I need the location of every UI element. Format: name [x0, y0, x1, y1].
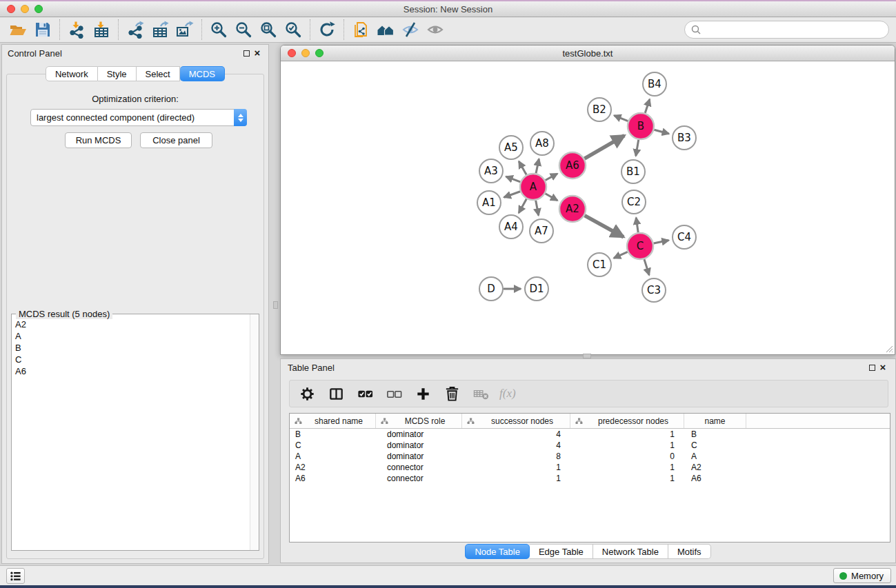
column-header-shared-name[interactable]: shared name	[290, 414, 376, 428]
edge-B-B4[interactable]	[645, 99, 650, 113]
network-from-selection-icon[interactable]	[348, 19, 373, 40]
node-C4[interactable]: C4	[673, 225, 696, 249]
search-input[interactable]	[706, 25, 883, 35]
open-session-icon[interactable]	[6, 19, 30, 40]
save-session-icon[interactable]	[30, 19, 55, 40]
houses-icon[interactable]	[373, 19, 398, 40]
export-table-icon[interactable]	[148, 19, 172, 40]
result-list-scrollbar[interactable]	[250, 314, 259, 550]
table-row[interactable]: A6connector11A6	[290, 473, 890, 484]
node-A[interactable]: A	[520, 174, 546, 200]
refresh-layout-icon[interactable]	[315, 19, 339, 40]
edge-B-B1[interactable]	[636, 140, 639, 156]
column-header-successor-nodes[interactable]: successor nodes	[462, 414, 570, 428]
edge-A-A6[interactable]	[546, 174, 557, 181]
task-history-button[interactable]	[6, 568, 25, 584]
import-network-icon[interactable]	[64, 19, 89, 40]
node-C1[interactable]: C1	[588, 253, 611, 276]
mcds-result-item[interactable]: B	[12, 342, 250, 354]
gear-icon[interactable]	[297, 383, 317, 404]
node-C[interactable]: C	[627, 233, 653, 259]
node-A3[interactable]: A3	[479, 159, 503, 183]
tab-edge-table[interactable]: Edge Table	[530, 544, 593, 559]
mcds-result-item[interactable]: A2	[12, 318, 250, 330]
tab-network[interactable]: Network	[46, 66, 98, 81]
edge-A-A8[interactable]	[536, 159, 539, 174]
table-row[interactable]: Bdominator41B	[290, 429, 890, 440]
zoom-out-icon[interactable]	[231, 19, 256, 40]
export-network-icon[interactable]	[123, 19, 148, 40]
close-panel-button[interactable]: Close panel	[140, 132, 212, 148]
tab-motifs[interactable]: Motifs	[668, 544, 711, 559]
node-B3[interactable]: B3	[673, 126, 696, 150]
edge-C-C3[interactable]	[644, 259, 649, 275]
tab-node-table[interactable]: Node Table	[465, 544, 530, 559]
tab-mcds[interactable]: MCDS	[180, 66, 225, 81]
column-header-predecessor-nodes[interactable]: predecessor nodes	[570, 414, 684, 428]
tab-network-table[interactable]: Network Table	[593, 544, 668, 559]
column-header-MCDS-role[interactable]: MCDS role	[376, 414, 462, 428]
node-C3[interactable]: C3	[642, 278, 666, 302]
node-D[interactable]: D	[479, 277, 503, 301]
mcds-result-item[interactable]: A6	[12, 365, 250, 377]
vertical-splitter-handle[interactable]	[273, 301, 278, 309]
node-A8[interactable]: A8	[530, 132, 554, 155]
edge-A-A1[interactable]	[504, 192, 521, 197]
run-mcds-button[interactable]: Run MCDS	[65, 132, 132, 148]
edge-A6-B[interactable]	[584, 136, 624, 159]
tab-style[interactable]: Style	[98, 66, 137, 81]
node-B[interactable]: B	[628, 113, 654, 139]
column-header-name[interactable]: name	[684, 414, 746, 428]
select-all-icon[interactable]	[355, 383, 375, 404]
trash-icon[interactable]	[441, 383, 462, 404]
deselect-all-icon[interactable]	[384, 383, 404, 404]
table-row[interactable]: A2connector11A2	[290, 462, 890, 473]
node-A2[interactable]: A2	[559, 196, 586, 222]
node-A6[interactable]: A6	[559, 152, 586, 179]
table-row[interactable]: Adominator80A	[290, 451, 890, 462]
edge-A2-C[interactable]	[585, 216, 624, 237]
show-all-icon[interactable]	[423, 19, 448, 40]
edge-A-A7[interactable]	[536, 201, 539, 216]
network-window-titlebar[interactable]: testGlobe.txt	[281, 45, 895, 61]
edge-A-A2[interactable]	[545, 194, 557, 201]
table-float-panel-icon[interactable]	[866, 362, 877, 373]
add-icon[interactable]	[412, 383, 433, 404]
node-B2[interactable]: B2	[588, 98, 611, 121]
edge-C-C2[interactable]	[636, 218, 638, 232]
table-row[interactable]: Cdominator41C	[290, 440, 890, 451]
close-panel-icon[interactable]: ×	[252, 48, 263, 59]
float-panel-icon[interactable]	[241, 48, 252, 59]
node-B1[interactable]: B1	[621, 160, 645, 183]
hide-selected-icon[interactable]	[398, 19, 423, 40]
import-table-icon[interactable]	[89, 19, 114, 40]
columns-icon[interactable]	[326, 383, 346, 404]
mcds-result-item[interactable]: C	[12, 354, 250, 365]
mcds-result-item[interactable]: A	[12, 330, 250, 342]
horizontal-splitter-handle[interactable]	[583, 354, 591, 358]
node-A4[interactable]: A4	[499, 215, 523, 239]
window-resize-grip-icon[interactable]	[885, 345, 893, 353]
edge-A-A5[interactable]	[519, 161, 526, 175]
zoom-fit-icon[interactable]	[256, 19, 281, 40]
tab-select[interactable]: Select	[137, 66, 180, 81]
node-A5[interactable]: A5	[499, 136, 523, 159]
network-canvas[interactable]: B4B2BB3A5A8A6A3B1AA1C2A2A4A7C4CC1C3DD1	[281, 62, 895, 354]
edge-C-C4[interactable]	[654, 241, 669, 243]
node-B4[interactable]: B4	[643, 72, 666, 96]
zoom-selected-icon[interactable]	[281, 19, 306, 40]
edge-B-B2[interactable]	[614, 116, 628, 121]
edge-B-B3[interactable]	[654, 130, 668, 134]
node-A1[interactable]: A1	[477, 191, 501, 214]
node-A7[interactable]: A7	[530, 219, 553, 243]
optimization-criterion-dropdown[interactable]: largest connected component (directed)	[30, 109, 247, 126]
zoom-in-icon[interactable]	[206, 19, 231, 40]
edge-A-A3[interactable]	[506, 176, 521, 182]
table-close-panel-icon[interactable]: ×	[877, 362, 888, 373]
node-C2[interactable]: C2	[622, 190, 646, 214]
edge-C-C1[interactable]	[614, 252, 628, 258]
export-image-icon[interactable]	[172, 19, 197, 40]
edge-A-A4[interactable]	[519, 199, 526, 213]
memory-button[interactable]: Memory	[833, 568, 891, 583]
node-D1[interactable]: D1	[525, 277, 548, 301]
